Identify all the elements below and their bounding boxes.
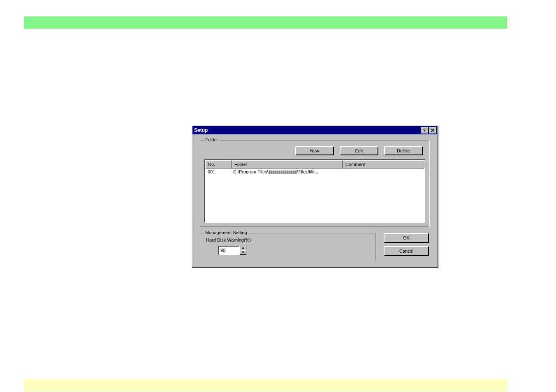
dialog-body: Folder New Edit Delete No. Folder Commen… xyxy=(192,134,437,267)
cell-folder-suffix: \FileUtilit... xyxy=(297,169,318,174)
titlebar-buttons: ? xyxy=(420,127,436,134)
help-button[interactable]: ? xyxy=(421,127,428,134)
cancel-button[interactable]: Cancel xyxy=(384,246,429,256)
hd-warning-input[interactable] xyxy=(218,246,240,255)
right-button-column: OK Cancel xyxy=(384,233,429,256)
col-header-no[interactable]: No. xyxy=(205,160,232,168)
col-header-folder[interactable]: Folder xyxy=(232,160,343,168)
spinner-up-button[interactable] xyxy=(240,246,246,250)
management-left: Hard Disk Warning(%) xyxy=(204,238,372,255)
folder-listview[interactable]: No. Folder Comment 001 C:\Program Files\… xyxy=(204,159,425,223)
folder-button-row: New Edit Delete xyxy=(204,145,425,159)
management-group-label: Management Setting xyxy=(204,230,249,235)
management-group: Management Setting Hard Disk Warning(%) xyxy=(200,233,376,261)
edit-button[interactable]: Edit xyxy=(340,146,378,155)
bottom-row: Management Setting Hard Disk Warning(%) xyxy=(200,233,430,261)
cell-folder: C:\Program Files\\FileUtilit... xyxy=(231,168,341,175)
header-bar xyxy=(24,16,507,29)
chevron-down-icon xyxy=(241,251,245,254)
table-row[interactable]: 001 C:\Program Files\\FileUtilit... xyxy=(205,168,424,175)
chevron-up-icon xyxy=(241,247,245,249)
svg-marker-2 xyxy=(242,247,244,249)
folder-group: Folder New Edit Delete No. Folder Commen… xyxy=(200,140,430,227)
footer-bar xyxy=(24,379,507,392)
col-header-comment[interactable]: Comment xyxy=(343,160,424,168)
redacted-segment xyxy=(269,171,297,174)
cell-comment xyxy=(341,168,424,175)
hd-warning-label: Hard Disk Warning(%) xyxy=(206,238,372,242)
setup-dialog: Setup ? Folder New Edit Delete No. xyxy=(192,125,438,267)
new-button[interactable]: New xyxy=(295,146,334,155)
spinner-buttons xyxy=(240,246,246,255)
hd-warning-spinner xyxy=(218,246,372,255)
cell-no: 001 xyxy=(205,168,231,175)
delete-button[interactable]: Delete xyxy=(384,146,423,155)
listview-header: No. Folder Comment xyxy=(205,160,424,168)
titlebar: Setup ? xyxy=(192,126,437,134)
spinner-down-button[interactable] xyxy=(240,250,246,255)
dialog-title: Setup xyxy=(194,127,208,133)
folder-group-label: Folder xyxy=(204,137,220,142)
cell-folder-prefix: C:\Program Files\ xyxy=(233,169,269,174)
close-icon xyxy=(431,129,434,132)
close-button[interactable] xyxy=(429,127,436,134)
ok-button[interactable]: OK xyxy=(384,233,429,243)
svg-marker-3 xyxy=(242,251,244,253)
